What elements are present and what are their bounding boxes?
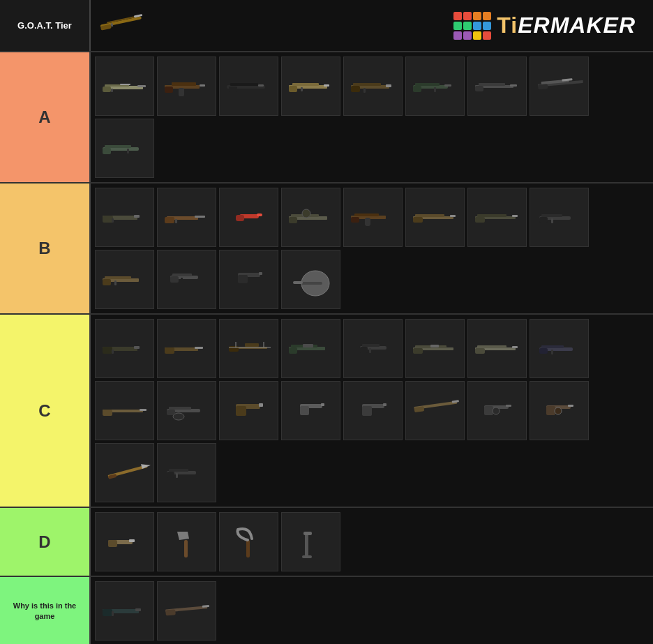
svg-rect-41	[537, 84, 548, 89]
svg-rect-18	[229, 87, 237, 92]
svg-rect-93	[103, 347, 112, 354]
weapon-uzi	[157, 250, 216, 309]
svg-rect-166	[303, 532, 312, 535]
svg-rect-54	[175, 219, 177, 223]
tiermaker-logo: TiERMAKER	[453, 12, 650, 40]
svg-rect-8	[111, 89, 113, 92]
svg-rect-72	[475, 217, 485, 223]
svg-rect-123	[539, 348, 548, 354]
tier-why-content	[91, 577, 653, 644]
svg-rect-171	[135, 608, 141, 611]
svg-rect-49	[112, 218, 114, 223]
svg-point-131	[173, 413, 184, 420]
weapon-dp28	[281, 188, 340, 247]
svg-rect-94	[112, 350, 114, 354]
svg-rect-169	[103, 609, 112, 616]
weapon-akm	[343, 57, 403, 116]
weapon-mini14	[467, 319, 527, 378]
svg-rect-84	[170, 276, 179, 283]
weapon-m416	[95, 57, 154, 116]
weapon-skorpion	[157, 443, 216, 502]
svg-rect-33	[434, 87, 436, 92]
svg-rect-63	[354, 214, 379, 216]
svg-rect-7	[103, 87, 111, 92]
tier-d-content	[91, 508, 653, 576]
weapon-thompson	[157, 57, 216, 116]
svg-rect-69	[450, 215, 456, 217]
svg-rect-71	[477, 214, 506, 217]
weapon-bizon	[157, 381, 216, 440]
weapon-hatchet	[157, 512, 216, 571]
svg-rect-81	[114, 280, 117, 285]
svg-rect-108	[303, 344, 313, 347]
svg-rect-95	[134, 346, 140, 349]
svg-marker-163	[177, 532, 189, 540]
header-row: G.O.A.T. Tier	[0, 0, 653, 52]
svg-rect-67	[415, 214, 444, 217]
tier-a-section: A	[0, 52, 653, 184]
svg-rect-149	[546, 406, 555, 415]
svg-rect-32	[413, 86, 421, 92]
svg-rect-38	[510, 84, 517, 87]
tier-a-content	[91, 52, 653, 182]
svg-rect-17	[230, 83, 258, 86]
svg-rect-10	[120, 84, 130, 85]
weapon-tommy2	[343, 188, 403, 247]
svg-rect-83	[172, 274, 192, 276]
weapon-aug	[219, 57, 278, 116]
svg-rect-88	[259, 272, 262, 275]
logo-text: TiERMAKER	[497, 13, 636, 38]
weapon-crossbow	[219, 319, 278, 378]
svg-rect-53	[195, 216, 205, 218]
weapon-winchester	[95, 381, 154, 440]
svg-rect-127	[140, 409, 147, 411]
svg-rect-44	[105, 145, 131, 148]
svg-rect-45	[103, 148, 111, 154]
svg-rect-21	[292, 83, 319, 86]
weapon-sickle	[219, 512, 278, 571]
svg-rect-13	[165, 87, 173, 93]
weapon-flaregun	[219, 188, 278, 247]
weapon-groza	[405, 57, 465, 116]
weapon-micro-uzi	[343, 319, 403, 378]
weapon-sks	[405, 188, 465, 247]
svg-rect-42	[562, 78, 572, 81]
svg-rect-110	[362, 344, 380, 347]
weapon-mp5k	[530, 188, 589, 247]
svg-rect-139	[362, 406, 372, 416]
weapon-sawed-off	[95, 512, 154, 571]
svg-rect-129	[169, 407, 191, 410]
svg-rect-134	[259, 403, 263, 407]
svg-rect-97	[165, 347, 174, 354]
svg-rect-36	[479, 83, 505, 86]
weapon-slr	[467, 188, 527, 247]
svg-rect-80	[103, 279, 111, 285]
weapon-qbz	[95, 119, 154, 178]
svg-rect-160	[108, 540, 117, 547]
svg-rect-22	[289, 86, 297, 92]
svg-rect-14	[179, 88, 184, 96]
svg-rect-126	[103, 410, 112, 416]
weapon-ump	[530, 319, 589, 378]
svg-rect-29	[386, 84, 391, 87]
svg-rect-170	[112, 611, 114, 616]
weapon-deagle	[219, 381, 278, 440]
svg-point-146	[493, 407, 500, 414]
svg-rect-140	[383, 403, 386, 406]
svg-rect-46	[127, 149, 129, 153]
weapon-p92	[343, 381, 403, 440]
svg-rect-57	[257, 214, 262, 216]
svg-point-61	[302, 209, 310, 218]
kar98k-weapon-icon	[94, 6, 149, 45]
svg-rect-37	[475, 86, 483, 91]
svg-rect-91	[293, 281, 303, 284]
svg-rect-173	[165, 609, 176, 615]
svg-rect-136	[300, 406, 309, 415]
svg-rect-98	[195, 347, 203, 349]
svg-rect-165	[305, 533, 308, 557]
weapon-crowbar	[281, 512, 340, 571]
weapon-shotgun2	[157, 581, 216, 641]
weapon-s777	[157, 319, 216, 378]
svg-rect-100	[245, 343, 259, 347]
tier-b-content	[91, 184, 653, 313]
